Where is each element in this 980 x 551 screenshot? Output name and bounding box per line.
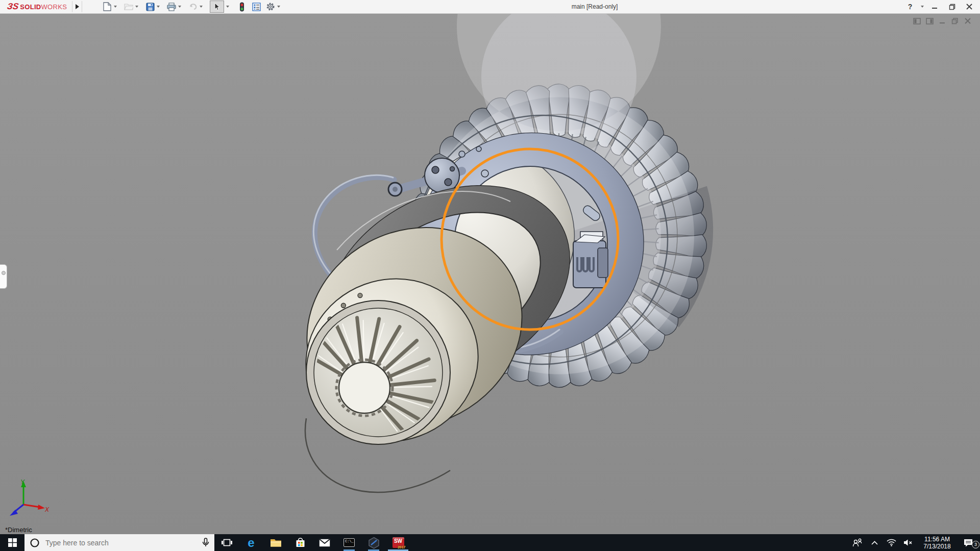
flyout-arrow-icon xyxy=(76,4,79,9)
document-title: main [Read-only] xyxy=(276,3,914,10)
title-bar: ЗS SOLID WORKS main [Re xyxy=(0,0,980,14)
options-gear-icon[interactable] xyxy=(265,1,276,12)
help-button[interactable]: ? xyxy=(903,1,917,12)
store-icon xyxy=(295,537,306,548)
close-button[interactable] xyxy=(963,1,976,12)
new-document-icon[interactable] xyxy=(102,1,113,12)
volume-muted-icon[interactable] xyxy=(901,539,915,546)
microphone-icon[interactable] xyxy=(202,538,209,547)
task-view-button[interactable] xyxy=(214,534,239,551)
view-orientation-label: *Dimetric xyxy=(5,526,32,534)
taskbar-spacer xyxy=(410,534,851,551)
tray-expand-chevron-icon[interactable] xyxy=(868,541,881,545)
print-dropdown-caret[interactable] xyxy=(178,6,181,8)
people-icon[interactable] xyxy=(851,538,864,547)
rebuild-traffic-light-icon[interactable] xyxy=(236,1,248,12)
save-dropdown-caret[interactable] xyxy=(157,6,160,8)
command-prompt-button[interactable]: C:\_ xyxy=(337,534,361,551)
file-properties-icon[interactable] xyxy=(251,1,262,12)
hexagon-app-icon xyxy=(368,537,380,549)
feature-tree-flyout-tab[interactable] xyxy=(0,264,7,289)
viewport-close-icon[interactable] xyxy=(964,17,972,24)
task-view-icon xyxy=(222,538,232,547)
select-cursor-icon xyxy=(214,3,220,11)
command-prompt-icon: C:\_ xyxy=(344,538,355,547)
solidworks-app-icon: SW 2017 xyxy=(393,537,404,548)
open-document-icon[interactable] xyxy=(123,1,134,12)
file-explorer-icon xyxy=(270,538,282,547)
graphics-viewport[interactable]: Y X *Dimetric xyxy=(0,13,980,534)
axis-x-label: X xyxy=(44,506,50,513)
print-icon[interactable] xyxy=(166,1,177,12)
menu-flyout-button[interactable] xyxy=(72,1,82,12)
solidworks-3s-glyph: ЗS xyxy=(7,2,19,12)
tab-dot-icon xyxy=(2,271,6,275)
clock[interactable]: 11:56 AM 7/13/2018 xyxy=(918,536,956,550)
clock-time: 11:56 AM xyxy=(918,536,956,543)
wifi-icon[interactable] xyxy=(885,539,898,546)
minimize-button[interactable] xyxy=(928,1,941,12)
restore-button[interactable] xyxy=(945,1,959,12)
edge-browser-button[interactable]: e xyxy=(239,534,263,551)
system-tray: 11:56 AM 7/13/2018 3 xyxy=(851,534,980,551)
undo-icon[interactable] xyxy=(187,1,199,12)
cortana-icon xyxy=(30,538,40,548)
quick-toolbar xyxy=(102,0,286,13)
search-input[interactable] xyxy=(44,538,198,547)
pane-right-icon[interactable] xyxy=(925,17,934,24)
help-dropdown-caret[interactable] xyxy=(921,6,924,8)
pane-left-icon[interactable] xyxy=(913,17,921,24)
new-dropdown-caret[interactable] xyxy=(114,6,117,8)
open-dropdown-caret[interactable] xyxy=(135,6,138,8)
viewport-minimize-icon[interactable] xyxy=(938,17,946,24)
mail-button[interactable] xyxy=(312,534,337,551)
notification-badge: 3 xyxy=(972,541,979,548)
jet-engine-model[interactable] xyxy=(0,13,980,534)
microsoft-store-button[interactable] xyxy=(288,534,312,551)
undo-dropdown-caret[interactable] xyxy=(200,6,203,8)
connector-block[interactable] xyxy=(573,232,608,288)
file-explorer-button[interactable] xyxy=(263,534,288,551)
save-icon[interactable] xyxy=(144,1,156,12)
window-controls: ? xyxy=(903,0,976,13)
brand-solid: SOLID xyxy=(20,3,41,11)
solidworks-logo: ЗS SOLID WORKS xyxy=(0,0,72,13)
orientation-triad: Y X xyxy=(4,478,50,518)
windows-logo-icon xyxy=(8,538,17,547)
action-center-button[interactable]: 3 xyxy=(960,539,977,547)
hexagon-app-button[interactable] xyxy=(361,534,386,551)
viewport-window-controls xyxy=(913,17,972,24)
select-dropdown-caret[interactable] xyxy=(226,6,229,8)
taskbar-search[interactable] xyxy=(24,534,214,551)
start-button[interactable] xyxy=(0,534,24,551)
viewport-restore-icon[interactable] xyxy=(951,17,959,24)
axis-y-label: Y xyxy=(20,479,25,486)
select-tool-button[interactable] xyxy=(210,1,224,13)
mail-icon xyxy=(319,539,330,547)
taskbar: e C:\_ SW 2017 xyxy=(0,534,980,551)
solidworks-2017-button[interactable]: SW 2017 xyxy=(386,534,410,551)
brand-works: WORKS xyxy=(41,3,67,11)
clock-date: 7/13/2018 xyxy=(918,543,956,550)
edge-icon: e xyxy=(248,537,254,548)
